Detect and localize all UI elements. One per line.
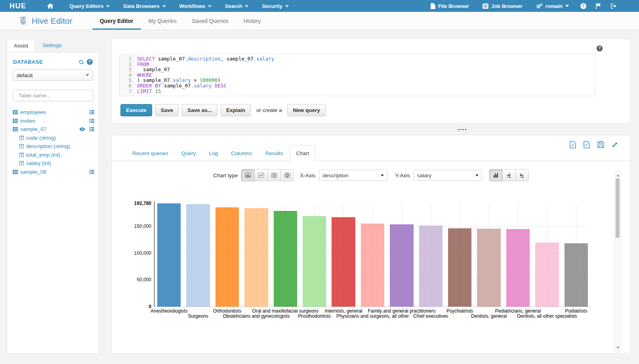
- table-employees[interactable]: employees: [13, 108, 94, 117]
- chart-bar[interactable]: [216, 207, 239, 307]
- job-browser-button[interactable]: Job Browser: [476, 0, 529, 12]
- navbar-menu-data-browsers[interactable]: Data Browsers: [116, 0, 172, 12]
- chart-bar[interactable]: [448, 228, 471, 307]
- y-axis-select[interactable]: salary: [414, 170, 482, 181]
- help-button[interactable]: ?: [576, 0, 591, 12]
- execute-button[interactable]: Execute: [120, 104, 152, 116]
- chart-bar[interactable]: [506, 229, 530, 307]
- save-results-icon[interactable]: [597, 141, 604, 148]
- list-icon: [483, 4, 488, 9]
- table-sample-08[interactable]: sample_08: [13, 168, 94, 176]
- table-menu-icon[interactable]: [89, 170, 94, 174]
- save-button[interactable]: Save: [155, 104, 179, 116]
- user-menu[interactable]: romain: [529, 0, 576, 12]
- chart-bar[interactable]: [565, 243, 588, 307]
- chart-bar[interactable]: [390, 224, 413, 307]
- chevron-down-icon: [162, 5, 166, 8]
- subnav-tab-my-queries[interactable]: My Queries: [141, 12, 185, 30]
- column-total-emp-int[interactable]: total_emp (int): [13, 151, 94, 159]
- save-as-button[interactable]: Save as...: [182, 104, 217, 116]
- excel-download-icon[interactable]: x: [570, 141, 576, 148]
- sort-ascending-button[interactable]: [502, 169, 516, 181]
- table-filter-input[interactable]: [13, 90, 93, 101]
- subnav-tab-history[interactable]: History: [236, 12, 269, 30]
- table-invites[interactable]: invites: [13, 117, 94, 125]
- x-tick-label: Family and general practitioners: [368, 308, 436, 314]
- new-query-button[interactable]: New query: [287, 104, 325, 116]
- table-menu-icon[interactable]: [89, 119, 94, 123]
- line-number: 6: [120, 83, 132, 89]
- subnav-tab-query-editor[interactable]: Query Editor: [92, 12, 141, 30]
- column-description-string[interactable]: description (string): [13, 142, 94, 151]
- column-code-string[interactable]: code (string): [13, 134, 94, 142]
- navbar-menu-search[interactable]: Search: [218, 0, 255, 12]
- feedback-flag-button[interactable]: [591, 0, 606, 12]
- table-sample-07[interactable]: sample_07: [13, 125, 94, 134]
- scrollbar-thumb[interactable]: [616, 178, 620, 238]
- table-menu-icon[interactable]: [89, 127, 94, 131]
- database-select[interactable]: default: [13, 70, 93, 81]
- navbar-menu-security[interactable]: Security: [255, 0, 295, 12]
- chart-bar[interactable]: [535, 243, 559, 307]
- expand-results-icon[interactable]: [612, 142, 618, 148]
- results-tab-log[interactable]: Log: [203, 145, 225, 161]
- results-tab-query[interactable]: Query: [175, 145, 202, 161]
- sql-code[interactable]: SELECT sample_07.description, sample_07.…: [134, 55, 595, 96]
- file-icon: [431, 3, 435, 9]
- caret-down-icon: [86, 74, 89, 76]
- bar-slot: [213, 203, 242, 307]
- csv-download-icon[interactable]: [584, 141, 590, 148]
- bar-slot: [562, 203, 591, 307]
- column-salary-int[interactable]: salary (int): [13, 159, 94, 168]
- results-tab-columns[interactable]: Columns: [225, 145, 258, 161]
- question-circle-icon: ?: [580, 3, 586, 9]
- results-scrollbar[interactable]: [615, 170, 621, 353]
- chart-bar[interactable]: [477, 229, 500, 307]
- preview-eye-icon[interactable]: [79, 127, 85, 131]
- panel-resize-handle[interactable]: [456, 127, 468, 132]
- sort-default-button[interactable]: [489, 169, 503, 181]
- chart-bar[interactable]: [186, 204, 210, 307]
- results-tab-results[interactable]: Results: [259, 145, 289, 161]
- chart-bar[interactable]: [361, 224, 384, 307]
- chart-type-pie-button[interactable]: [267, 169, 281, 181]
- editor-help-icon[interactable]: ?: [597, 46, 603, 51]
- chart-bar[interactable]: [244, 208, 268, 307]
- scroll-down-arrow[interactable]: [616, 347, 620, 351]
- chart-type-bars-button[interactable]: [241, 169, 255, 181]
- assist-help-icon[interactable]: ?: [87, 59, 93, 65]
- x-tick-label: Anesthesiologists: [151, 308, 187, 314]
- chart-bar[interactable]: [303, 216, 326, 307]
- results-tab-chart[interactable]: Chart: [290, 145, 315, 161]
- scroll-up-arrow[interactable]: [616, 173, 620, 176]
- tab-assist[interactable]: Assist: [7, 39, 35, 52]
- table-menu-icon[interactable]: [89, 110, 94, 114]
- chevron-down-icon: [208, 5, 212, 8]
- sql-editor[interactable]: 1234567 SELECT sample_07.description, sa…: [119, 54, 596, 96]
- chart-bar[interactable]: [419, 226, 443, 307]
- chart-type-line-button[interactable]: [254, 169, 268, 181]
- navbar-menu-query-editors[interactable]: Query Editors: [63, 0, 117, 12]
- page-content: Assist Settings DATABASE ? default emplo…: [0, 30, 639, 364]
- tab-settings[interactable]: Settings: [35, 39, 69, 51]
- chart-bar[interactable]: [332, 217, 355, 307]
- x-tick-label: Psychiatrists: [446, 308, 473, 314]
- chart-bar[interactable]: [157, 203, 181, 307]
- x-axis-select[interactable]: description: [319, 170, 387, 181]
- query-editor-panel: ? 1234567 SELECT sample_07.description, …: [111, 39, 631, 123]
- chart-bar[interactable]: [274, 211, 297, 307]
- file-browser-button[interactable]: File Browser: [424, 0, 476, 12]
- subnav-tab-saved-queries[interactable]: Saved Queries: [184, 12, 236, 30]
- hue-logo[interactable]: HUE: [10, 2, 27, 10]
- navbar-left: HUE Query EditorsData BrowsersWorkflowsS…: [0, 0, 296, 12]
- results-tab-recent-queries[interactable]: Recent queries: [126, 145, 175, 161]
- refresh-icon[interactable]: [78, 59, 84, 65]
- table-icon: [13, 110, 18, 114]
- hive-editor-title[interactable]: Hive Editor: [18, 16, 72, 26]
- navbar-menu-workflows[interactable]: Workflows: [173, 0, 219, 12]
- chart-type-map-button[interactable]: [280, 169, 294, 181]
- explain-button[interactable]: Explain: [221, 104, 251, 116]
- home-button[interactable]: [42, 0, 58, 12]
- logout-button[interactable]: [606, 0, 622, 12]
- sort-descending-button[interactable]: [515, 169, 529, 181]
